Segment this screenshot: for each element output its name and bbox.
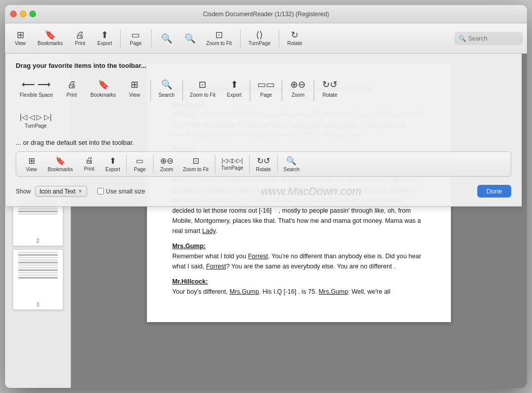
dt-rotate[interactable]: ↻↺ Rotate bbox=[252, 154, 275, 174]
drag-bookmarks-label: Bookmarks bbox=[91, 92, 116, 98]
toolbar-bookmarks[interactable]: 🔖 Bookmarks bbox=[33, 28, 67, 48]
toolbar-export[interactable]: ⬆ Export bbox=[93, 28, 116, 48]
toolbar-page[interactable]: ▭ Page bbox=[125, 28, 147, 48]
drag-zoom[interactable]: ⊕⊖ Zoom bbox=[285, 76, 311, 101]
dt-view[interactable]: ⊞ View bbox=[20, 154, 43, 174]
flexible-space-icon: ⟵ ⟶ bbox=[22, 80, 51, 91]
window-title: Cisdem DocumentReader (1/132) (Registere… bbox=[203, 11, 329, 18]
dt-print[interactable]: 🖨 Print bbox=[78, 154, 100, 174]
drag-print-icon: 🖨 bbox=[67, 80, 77, 91]
thumb-line bbox=[18, 213, 58, 215]
toolbar-view[interactable]: ⊞ View bbox=[9, 28, 31, 48]
drag-sep-3 bbox=[250, 81, 250, 101]
dt-sep-4 bbox=[249, 155, 250, 173]
toolbar-turnpage[interactable]: ⟨⟩ TurnPage bbox=[245, 28, 275, 48]
drag-turnpage[interactable]: |◁ ◁ ▷ ▷| TurnPage bbox=[16, 110, 56, 132]
toolbar-sep-4 bbox=[279, 29, 279, 48]
customize-toolbar-panel: Drag your favorite items into the toolba… bbox=[5, 54, 522, 207]
app-window: Cisdem DocumentReader (1/132) (Registere… bbox=[5, 5, 527, 388]
drag-page[interactable]: ▭▭ Page bbox=[253, 76, 279, 101]
dt-zoom-fit-label: Zoom to Fit bbox=[183, 167, 209, 172]
dropdown-arrow-icon: ▼ bbox=[78, 188, 83, 194]
panel-bottom-row: Show Icon and Text ▼ Use small size www.… bbox=[16, 185, 511, 198]
dt-export[interactable]: ⬆ Export bbox=[101, 154, 124, 174]
page-thumb-3[interactable]: 3 bbox=[13, 249, 63, 310]
maximize-button[interactable] bbox=[29, 11, 36, 17]
drag-page-icon: ▭▭ bbox=[257, 80, 275, 91]
toolbar-print[interactable]: 🖨 Print bbox=[69, 28, 91, 48]
close-button[interactable] bbox=[10, 11, 17, 17]
dt-print-icon: 🖨 bbox=[85, 156, 93, 165]
drag-zoom-fit-label: Zoom to Fit bbox=[190, 92, 216, 98]
toolbar-sep-2 bbox=[151, 29, 151, 48]
drag-search[interactable]: 🔍 Search bbox=[154, 76, 179, 101]
drag-print[interactable]: 🖨 Print bbox=[59, 76, 85, 101]
dt-turnpage[interactable]: |◁◁▷▷| TurnPage bbox=[217, 155, 248, 173]
flexible-space-label: Flexible Space bbox=[20, 92, 53, 98]
drag-sep-4 bbox=[282, 81, 282, 101]
dt-turnpage-icon: |◁◁▷▷| bbox=[221, 157, 243, 164]
show-select-dropdown[interactable]: Icon and Text ▼ bbox=[35, 186, 87, 197]
dt-bookmarks[interactable]: 🔖 Bookmarks bbox=[44, 154, 77, 174]
toolbar-rotate[interactable]: ↻ Rotate bbox=[283, 28, 306, 48]
drag-print-label: Print bbox=[66, 92, 77, 98]
search-input[interactable] bbox=[468, 35, 519, 42]
dt-view-label: View bbox=[26, 167, 37, 172]
thumb-line bbox=[18, 211, 58, 212]
toolbar-zoom-plus[interactable]: 🔍 bbox=[179, 32, 201, 45]
minimize-button[interactable] bbox=[20, 11, 26, 17]
dt-bookmarks-label: Bookmarks bbox=[48, 167, 73, 172]
drag-export[interactable]: ⬆ Export bbox=[221, 76, 247, 101]
done-button[interactable]: Done bbox=[477, 185, 511, 198]
print-icon: 🖨 bbox=[75, 30, 85, 40]
drag-sep-5 bbox=[314, 81, 314, 101]
drag-bookmarks[interactable]: 🔖 Bookmarks bbox=[87, 76, 120, 101]
toolbar-zoom-fit[interactable]: ⊡ Zoom to Fit bbox=[202, 28, 236, 48]
default-toolbar: ⊞ View 🔖 Bookmarks 🖨 Print ⬆ Export ▭ bbox=[16, 151, 511, 177]
main-toolbar: ⊞ View 🔖 Bookmarks 🖨 Print ⬆ Export ▭ Pa… bbox=[5, 23, 527, 54]
drag-bookmarks-icon: 🔖 bbox=[98, 80, 109, 91]
page-num-2: 2 bbox=[36, 238, 40, 244]
dt-sep-3 bbox=[215, 155, 215, 173]
drag-view-icon: ⊞ bbox=[131, 80, 138, 91]
dt-search[interactable]: 🔍 Search bbox=[280, 154, 304, 174]
zoom-plus-icon: 🔍 bbox=[184, 34, 196, 43]
rotate-label: Rotate bbox=[287, 41, 302, 46]
zoom-minus-icon: 🔍 bbox=[161, 34, 172, 43]
dt-turnpage-label: TurnPage bbox=[221, 165, 244, 171]
toolbar-search-box[interactable]: 🔍 bbox=[454, 32, 523, 45]
drag-export-label: Export bbox=[227, 92, 242, 98]
page-num-3: 3 bbox=[36, 302, 40, 307]
dt-search-label: Search bbox=[284, 167, 300, 172]
toolbar-zoom-minus[interactable]: 🔍 bbox=[156, 32, 178, 45]
panel-drag-title: Drag your favorite items into the toolba… bbox=[16, 62, 511, 69]
drag-view[interactable]: ⊞ View bbox=[122, 76, 147, 101]
drag-view-label: View bbox=[129, 92, 140, 98]
search-icon: 🔍 bbox=[459, 35, 466, 42]
drag-export-icon: ⬆ bbox=[231, 80, 238, 91]
toolbar-sep-1 bbox=[120, 29, 121, 48]
small-size-checkbox[interactable] bbox=[97, 188, 104, 194]
page-label: Page bbox=[130, 41, 141, 46]
dt-sep-2 bbox=[153, 155, 154, 173]
drag-zoom-to-fit[interactable]: ⊡ Zoom to Fit bbox=[186, 76, 220, 101]
dt-zoom-fit-icon: ⊡ bbox=[193, 156, 199, 166]
dt-zoom-fit[interactable]: ⊡ Zoom to Fit bbox=[179, 154, 213, 174]
toolbar-sep-3 bbox=[240, 29, 241, 48]
drag-turnpage-icon: |◁ ◁ ▷ ▷| bbox=[20, 113, 52, 122]
dt-page[interactable]: ▭ Page bbox=[129, 154, 151, 174]
thumb-line bbox=[18, 208, 58, 210]
dt-zoom[interactable]: ⊕⊖ Zoom bbox=[156, 154, 178, 174]
dt-zoom-label: Zoom bbox=[160, 167, 173, 172]
drag-turnpage-label: TurnPage bbox=[25, 123, 47, 129]
window-controls bbox=[5, 11, 36, 17]
dt-print-label: Print bbox=[84, 166, 95, 172]
thumb-line bbox=[18, 252, 58, 253]
thumb-content-3 bbox=[16, 250, 60, 301]
drag-flexible-space[interactable]: ⟵ ⟶ Flexible Space bbox=[16, 76, 57, 101]
drag-page-label: Page bbox=[260, 92, 272, 98]
bookmarks-label: Bookmarks bbox=[37, 41, 63, 46]
dt-search-icon: 🔍 bbox=[286, 156, 296, 166]
drag-rotate-icon: ↻↺ bbox=[322, 80, 337, 91]
drag-rotate[interactable]: ↻↺ Rotate bbox=[317, 76, 343, 101]
